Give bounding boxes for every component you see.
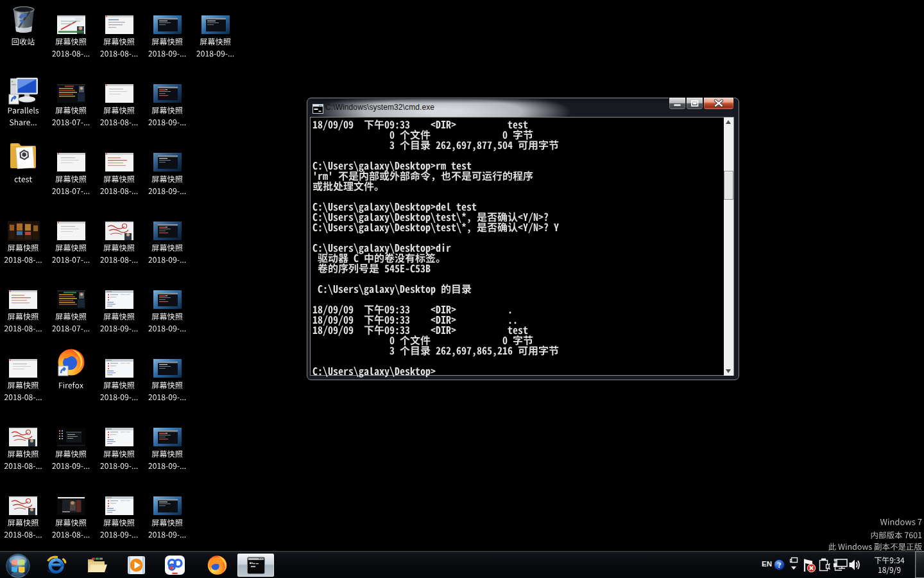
svg-text:?: ?	[778, 561, 782, 570]
